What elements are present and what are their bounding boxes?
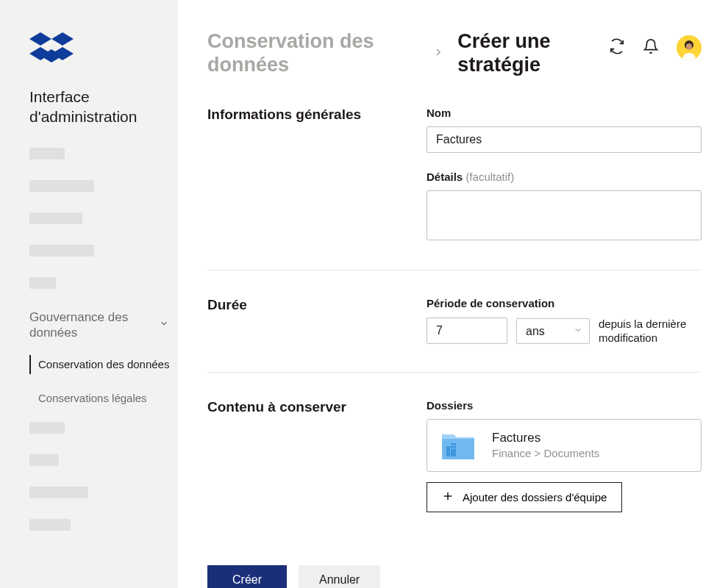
sync-icon[interactable]	[609, 38, 625, 57]
chevron-right-icon	[432, 43, 444, 62]
section-content: Contenu à conserver Dossiers	[207, 399, 702, 539]
name-input[interactable]	[427, 126, 702, 153]
form-actions: Créer Annuler	[207, 565, 702, 588]
svg-rect-8	[446, 446, 450, 456]
svg-rect-12	[452, 448, 453, 449]
cancel-button[interactable]: Annuler	[299, 565, 380, 588]
dropbox-logo	[29, 29, 178, 69]
nav-sub-data-retention[interactable]: Conservation des données	[29, 355, 178, 374]
sidebar: Interface d'administration Gouvernance d…	[0, 0, 178, 588]
folders-label: Dossiers	[427, 399, 702, 412]
nav-placeholder	[29, 180, 94, 192]
header: Conservation des données Créer une strat…	[207, 29, 702, 77]
svg-rect-13	[454, 448, 455, 449]
avatar[interactable]	[677, 35, 702, 60]
main-content: Conservation des données Créer une strat…	[178, 0, 728, 588]
nav-placeholder	[29, 277, 56, 289]
folder-icon	[440, 430, 476, 461]
duration-suffix: depuis la dernière modification	[599, 317, 702, 345]
section-general: Informations générales Nom Détails (facu…	[207, 107, 702, 270]
breadcrumb-current: Créer une stratégie	[457, 29, 609, 77]
bell-icon[interactable]	[643, 38, 659, 57]
svg-marker-1	[51, 32, 74, 46]
svg-rect-10	[452, 445, 453, 446]
folder-name: Factures	[492, 431, 688, 445]
name-label: Nom	[427, 107, 702, 119]
nav-placeholder	[29, 148, 65, 159]
header-actions	[609, 35, 702, 60]
folder-card[interactable]: Factures Finance > Documents	[427, 419, 702, 472]
details-label: Détails (facultatif)	[427, 171, 702, 183]
folder-path: Finance > Documents	[492, 447, 688, 459]
details-textarea[interactable]	[427, 190, 702, 240]
svg-marker-0	[29, 32, 51, 46]
nav-placeholder	[29, 487, 88, 498]
nav-sub-label[interactable]: Conservations légales	[38, 389, 178, 408]
nav-section-label: Gouvernance des données	[29, 309, 159, 341]
add-folders-button[interactable]: Ajouter des dossiers d'équipe	[427, 482, 622, 512]
section-title: Durée	[207, 297, 427, 313]
nav-section-governance[interactable]: Gouvernance des données	[29, 309, 169, 341]
create-button[interactable]: Créer	[207, 565, 287, 588]
chevron-down-icon	[159, 318, 169, 331]
section-title: Contenu à conserver	[207, 399, 427, 415]
nav-sub-label[interactable]: Conservation des données	[38, 355, 178, 374]
breadcrumb: Conservation des données Créer une strat…	[207, 29, 609, 77]
breadcrumb-parent[interactable]: Conservation des données	[207, 29, 419, 77]
nav-placeholder	[29, 422, 65, 434]
nav-placeholder	[29, 212, 82, 224]
plus-icon	[442, 490, 454, 504]
nav-sub-legal-holds[interactable]: Conservations légales	[29, 389, 178, 408]
nav-placeholder	[29, 454, 59, 466]
section-duration: Durée Période de conservation ans depuis…	[207, 297, 702, 373]
nav-placeholder	[29, 245, 94, 257]
nav-placeholder	[29, 519, 71, 531]
sidebar-title: Interface d'administration	[29, 87, 178, 127]
period-label: Période de conservation	[427, 297, 702, 309]
duration-number-input[interactable]	[427, 318, 507, 344]
section-title: Informations générales	[207, 107, 427, 123]
add-folders-label: Ajouter des dossiers d'équipe	[463, 491, 607, 503]
duration-unit-select[interactable]: ans	[516, 318, 590, 344]
svg-rect-11	[454, 445, 455, 446]
